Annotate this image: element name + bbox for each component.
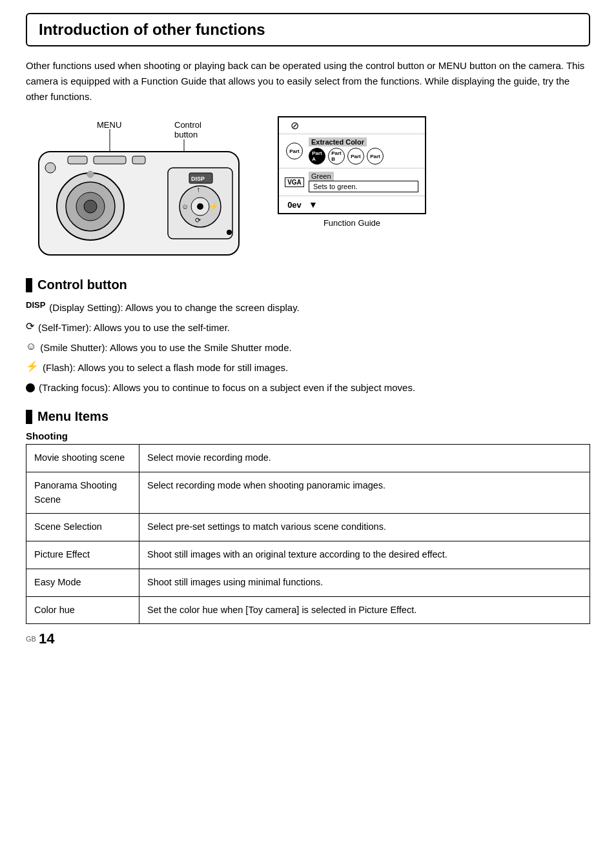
svg-text:⟳: ⟳ <box>195 216 201 224</box>
fg-part-b: PartB <box>328 148 345 165</box>
svg-text:DISP: DISP <box>191 176 205 182</box>
fg-arrow-down: ▼ <box>309 199 318 210</box>
tracking-dot-icon <box>26 383 35 392</box>
svg-rect-10 <box>94 156 126 164</box>
fg-row-gear: ⊘ <box>279 117 425 134</box>
table-cell-item: Movie shooting scene <box>26 445 139 472</box>
self-timer-text: (Self-Timer): Allows you to use the self… <box>38 319 230 336</box>
fg-row-ev: 0ev ▼ <box>279 196 425 213</box>
svg-point-8 <box>84 200 97 213</box>
menu-table: Movie shooting scene Select movie record… <box>26 444 590 624</box>
table-cell-desc: Select recording mode when shooting pano… <box>139 472 590 514</box>
fg-part-main-icon: Part <box>283 143 306 159</box>
flash-icon: ⚡ <box>26 359 39 374</box>
menu-section: Shooting Movie shooting scene Select mov… <box>26 430 590 624</box>
table-row: Panorama Shooting Scene Select recording… <box>26 472 590 514</box>
table-cell-item: Color hue <box>26 596 139 624</box>
fg-sets-box: Sets to green. <box>309 181 418 192</box>
disp-text: (Display Setting): Allows you to change … <box>49 299 299 316</box>
fg-part-c: Part <box>347 148 364 165</box>
table-cell-desc: Shoot still images using minimal functio… <box>139 569 590 596</box>
control-list: DISP (Display Setting): Allows you to ch… <box>26 299 590 396</box>
table-cell-desc: Select pre-set settings to match various… <box>139 514 590 541</box>
table-row: Color hue Set the color hue when [Toy ca… <box>26 596 590 624</box>
function-guide-box: ⊘ Part Extracted Color PartA PartB Part … <box>278 116 426 214</box>
control-button-heading: Control button <box>26 278 590 292</box>
page-footer: GB 14 <box>26 631 590 647</box>
list-item: (Tracking focus): Allows you to continue… <box>26 379 590 396</box>
svg-text:button: button <box>174 130 198 139</box>
intro-text: Other functions used when shooting or pl… <box>26 58 590 105</box>
fg-row-extracted: Part Extracted Color PartA PartB Part Pa… <box>279 134 425 168</box>
fg-vga-cell: VGA <box>283 177 306 187</box>
fg-gear-icon: ⊘ <box>283 119 306 132</box>
fg-row-vga: VGA Green Sets to green. <box>279 168 425 196</box>
menu-items-title: Menu Items <box>37 409 108 424</box>
fg-green-label: Green <box>309 172 334 181</box>
self-timer-icon: ⟳ <box>26 319 34 334</box>
section-marker-menu <box>26 410 32 424</box>
svg-text:Control: Control <box>174 120 201 130</box>
svg-point-24 <box>87 171 94 177</box>
camera-diagram: MENU Control button DISP <box>26 116 258 265</box>
section-marker <box>26 278 32 292</box>
svg-rect-9 <box>68 156 87 164</box>
smile-icon: ☺ <box>26 339 36 354</box>
table-cell-desc: Set the color hue when [Toy camera] is s… <box>139 596 590 624</box>
table-cell-item: Scene Selection <box>26 514 139 541</box>
svg-text:☺: ☺ <box>181 203 189 210</box>
flash-text: (Flash): Allows you to select a flash mo… <box>43 359 288 376</box>
fg-part-a: PartA <box>309 148 325 165</box>
svg-point-23 <box>45 163 56 173</box>
list-item: ⟳ (Self-Timer): Allows you to use the se… <box>26 319 590 336</box>
smile-text: (Smile Shutter): Allows you to use the S… <box>40 339 291 356</box>
page-number: 14 <box>39 631 54 647</box>
page-title: Introduction of other functions <box>39 21 577 39</box>
table-cell-item: Panorama Shooting Scene <box>26 472 139 514</box>
svg-rect-11 <box>132 156 145 164</box>
table-cell-item: Easy Mode <box>26 569 139 596</box>
fg-icons-row: PartA PartB Part Part <box>309 148 418 165</box>
list-item: ⚡ (Flash): Allows you to select a flash … <box>26 359 590 376</box>
shooting-label: Shooting <box>26 430 590 441</box>
disp-icon: DISP <box>26 299 45 312</box>
region-label: GB <box>26 635 36 643</box>
svg-point-21 <box>197 203 203 210</box>
table-row: Movie shooting scene Select movie record… <box>26 445 590 472</box>
table-cell-desc: Shoot still images with an original text… <box>139 541 590 569</box>
table-row: Easy Mode Shoot still images using minim… <box>26 569 590 596</box>
table-cell-item: Picture Effect <box>26 541 139 569</box>
page-header: Introduction of other functions <box>26 13 590 46</box>
control-button-title: Control button <box>37 278 127 292</box>
table-row: Picture Effect Shoot still images with a… <box>26 541 590 569</box>
fg-ev-label: 0ev <box>287 200 302 210</box>
fg-extracted-color-label: Extracted Color <box>309 137 367 146</box>
fg-part-d: Part <box>367 148 384 165</box>
function-guide-area: ⊘ Part Extracted Color PartA PartB Part … <box>278 116 426 228</box>
menu-label: MENU <box>97 120 121 130</box>
tracking-text: (Tracking focus): Allows you to continue… <box>39 379 415 396</box>
diagram-area: MENU Control button DISP <box>26 116 590 265</box>
fg-ev-cell: 0ev <box>283 200 306 210</box>
list-item: ☺ (Smile Shutter): Allows you to use the… <box>26 339 590 356</box>
function-guide-caption: Function Guide <box>323 218 380 228</box>
menu-items-heading: Menu Items <box>26 409 590 424</box>
table-row: Scene Selection Select pre-set settings … <box>26 514 590 541</box>
svg-point-22 <box>227 230 232 235</box>
svg-text:⚡: ⚡ <box>209 201 218 211</box>
menu-table-body: Movie shooting scene Select movie record… <box>26 445 590 624</box>
table-cell-desc: Select movie recording mode. <box>139 445 590 472</box>
svg-text:↑: ↑ <box>196 185 200 194</box>
fg-vga-label: VGA <box>285 177 304 187</box>
list-item: DISP (Display Setting): Allows you to ch… <box>26 299 590 316</box>
